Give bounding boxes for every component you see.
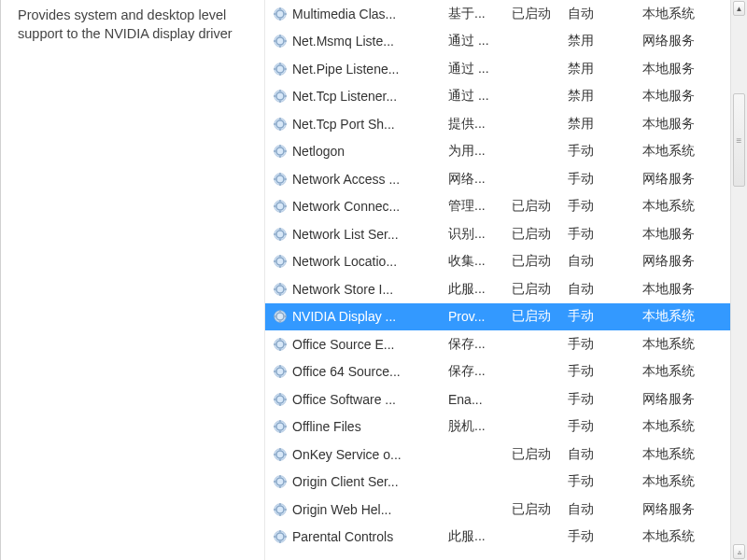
- service-name-cell: Offline Files: [273, 419, 448, 434]
- service-row[interactable]: Office 64 Source...保存...手动本地系统: [265, 358, 730, 386]
- service-startup-cell: 手动: [568, 363, 642, 380]
- service-startup-cell: 自动: [568, 501, 642, 518]
- service-gear-icon: [273, 474, 288, 489]
- service-name-cell: Multimedia Clas...: [273, 7, 448, 21]
- service-row[interactable]: Netlogon为用...手动本地系统: [265, 138, 730, 166]
- vertical-scrollbar[interactable]: ▲ ▵: [730, 0, 747, 560]
- service-startup-cell: 自动: [568, 6, 642, 22]
- service-row[interactable]: Office Source E...保存...手动本地系统: [265, 330, 730, 358]
- service-name-text: OnKey Service o...: [292, 447, 402, 462]
- service-name-cell: Network Store I...: [273, 282, 448, 297]
- service-logon-cell: 本地服务: [642, 281, 717, 298]
- scroll-thumb[interactable]: [733, 93, 745, 187]
- service-logon-cell: 本地系统: [642, 528, 717, 545]
- service-status-cell: 已启动: [512, 198, 568, 215]
- service-logon-cell: 网络服务: [642, 391, 717, 408]
- service-gear-icon: [273, 392, 288, 407]
- service-row[interactable]: OnKey Service o...已启动自动本地系统: [265, 441, 730, 469]
- service-name-cell: Net.Pipe Listene...: [273, 62, 448, 77]
- service-startup-cell: 手动: [568, 171, 642, 188]
- service-startup-cell: 手动: [568, 143, 642, 160]
- service-gear-icon: [273, 309, 288, 324]
- service-startup-cell: 手动: [568, 528, 642, 545]
- service-row[interactable]: Parental Controls此服...手动本地系统: [265, 524, 730, 552]
- service-startup-cell: 手动: [568, 418, 642, 435]
- service-description-pane: Provides system and desktop level suppor…: [0, 0, 264, 560]
- service-logon-cell: 本地服务: [642, 61, 717, 77]
- service-row[interactable]: Network Connec...管理...已启动手动本地系统: [265, 193, 730, 221]
- service-desc-cell: 提供...: [448, 116, 512, 133]
- service-desc-cell: Ena...: [448, 392, 512, 407]
- service-gear-icon: [273, 89, 288, 104]
- service-name-text: Multimedia Clas...: [292, 7, 396, 21]
- service-gear-icon: [273, 199, 288, 214]
- service-desc-cell: 通过 ...: [448, 33, 512, 49]
- service-row[interactable]: Net.Pipe Listene...通过 ...禁用本地服务: [265, 55, 730, 83]
- service-description-text: Provides system and desktop level suppor…: [18, 6, 255, 44]
- service-name-text: Office 64 Source...: [292, 364, 401, 379]
- service-gear-icon: [273, 7, 288, 21]
- service-gear-icon: [273, 337, 288, 352]
- service-name-text: Parental Controls: [292, 529, 393, 544]
- service-name-cell: Office 64 Source...: [273, 364, 448, 379]
- service-logon-cell: 本地服务: [642, 116, 717, 133]
- service-row[interactable]: Network List Ser...识别...已启动手动本地服务: [265, 220, 730, 248]
- service-name-text: Network Connec...: [292, 199, 400, 214]
- service-status-cell: 已启动: [512, 446, 568, 463]
- service-startup-cell: 禁用: [568, 116, 642, 133]
- service-gear-icon: [273, 254, 288, 269]
- service-startup-cell: 自动: [568, 281, 642, 298]
- service-logon-cell: 网络服务: [642, 171, 717, 188]
- service-logon-cell: 本地系统: [642, 198, 717, 215]
- service-name-cell: NVIDIA Display ...: [273, 309, 448, 324]
- service-row[interactable]: Network Store I...此服...已启动自动本地服务: [265, 275, 730, 303]
- service-desc-cell: 基于...: [448, 6, 512, 22]
- service-name-text: Net.Tcp Port Sh...: [292, 117, 395, 132]
- service-row[interactable]: Origin Web Hel...已启动自动网络服务: [265, 496, 730, 524]
- service-name-text: Network Locatio...: [292, 254, 397, 269]
- service-name-text: Net.Tcp Listener...: [292, 89, 397, 104]
- service-name-cell: Net.Tcp Port Sh...: [273, 117, 448, 132]
- service-logon-cell: 本地系统: [642, 418, 717, 435]
- service-logon-cell: 本地系统: [642, 446, 717, 463]
- scroll-down-button[interactable]: ▵: [733, 544, 745, 559]
- service-row[interactable]: Office Software ...Ena...手动网络服务: [265, 385, 730, 413]
- service-name-text: Origin Client Ser...: [292, 474, 399, 489]
- service-row[interactable]: Net.Tcp Listener...通过 ...禁用本地服务: [265, 83, 730, 111]
- service-startup-cell: 自动: [568, 446, 642, 463]
- service-row[interactable]: Net.Tcp Port Sh...提供...禁用本地服务: [265, 110, 730, 138]
- service-row[interactable]: Network Locatio...收集...已启动自动网络服务: [265, 248, 730, 276]
- service-row[interactable]: NVIDIA Display ...Prov...已启动手动本地系统: [265, 303, 730, 331]
- service-name-text: Netlogon: [292, 144, 345, 159]
- service-logon-cell: 本地系统: [642, 308, 717, 325]
- service-name-cell: Parental Controls: [273, 529, 448, 544]
- service-name-cell: Office Source E...: [273, 337, 448, 352]
- service-desc-cell: 识别...: [448, 226, 512, 243]
- service-row[interactable]: Multimedia Clas...基于...已启动自动本地系统: [265, 0, 730, 28]
- service-row[interactable]: Net.Msmq Liste...通过 ...禁用网络服务: [265, 28, 730, 56]
- service-gear-icon: [273, 227, 288, 242]
- service-gear-icon: [273, 282, 288, 297]
- service-name-cell: Netlogon: [273, 144, 448, 159]
- services-list[interactable]: Multimedia Clas...基于...已启动自动本地系统Net.Msmq…: [265, 0, 730, 560]
- service-logon-cell: 网络服务: [642, 253, 717, 270]
- service-startup-cell: 禁用: [568, 88, 642, 105]
- service-name-text: Office Software ...: [292, 392, 396, 407]
- scroll-up-button[interactable]: ▲: [733, 1, 745, 16]
- service-logon-cell: 网络服务: [642, 33, 717, 49]
- service-startup-cell: 手动: [568, 226, 642, 243]
- service-name-cell: Origin Client Ser...: [273, 474, 448, 489]
- service-startup-cell: 手动: [568, 336, 642, 353]
- service-row[interactable]: Origin Client Ser...手动本地系统: [265, 469, 730, 497]
- service-name-text: Net.Msmq Liste...: [292, 34, 394, 49]
- service-desc-cell: 保存...: [448, 336, 512, 353]
- service-row[interactable]: Offline Files脱机...手动本地系统: [265, 413, 730, 441]
- service-gear-icon: [273, 62, 288, 77]
- service-name-cell: Origin Web Hel...: [273, 502, 448, 517]
- service-name-cell: Office Software ...: [273, 392, 448, 407]
- service-row[interactable]: Network Access ...网络...手动网络服务: [265, 165, 730, 193]
- service-startup-cell: 自动: [568, 253, 642, 270]
- service-desc-cell: 脱机...: [448, 418, 512, 435]
- service-desc-cell: 保存...: [448, 363, 512, 380]
- service-name-text: Network List Ser...: [292, 227, 399, 242]
